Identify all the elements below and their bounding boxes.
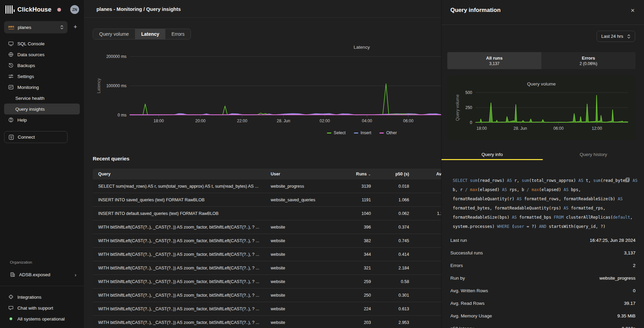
panel-tab-query-info[interactable]: Query info	[441, 150, 543, 159]
table-row[interactable]: SELECT sum(read_rows) AS r, sum(total_ro…	[93, 179, 447, 193]
monitoring-icon	[8, 84, 14, 90]
p50-cell: 0.374	[372, 225, 410, 230]
chevron-right-icon: ›	[75, 272, 76, 278]
query-cell: WITH bitShiftLeft(CAST(?..), _CAST(?..))…	[93, 293, 265, 298]
p50-cell: 2.953	[372, 320, 410, 325]
svg-text:12:00: 12:00	[592, 126, 602, 131]
service-selector[interactable]: aws planes	[4, 21, 68, 33]
stat-value: 39.17	[624, 301, 635, 306]
sidebar-item-monitoring[interactable]: Monitoring	[4, 82, 80, 93]
column-header-query[interactable]: Query	[93, 172, 265, 176]
legend-item-insert[interactable]: Insert	[354, 130, 371, 135]
svg-text:28. Jun: 28. Jun	[513, 126, 527, 131]
table-row[interactable]: INSERT INTO saved_queries (text) FORMAT …	[93, 193, 447, 207]
errors-value: 2 (0.06%)	[580, 61, 597, 66]
legend-item-select[interactable]: Select	[327, 130, 346, 135]
stat-value: 16:47:25, Jun 28 2024	[590, 238, 635, 243]
chevron-updown-icon	[60, 25, 63, 30]
sidebar-item-service-health[interactable]: Service health	[4, 93, 80, 104]
close-icon[interactable]: ✕	[630, 7, 635, 14]
table-row[interactable]: WITH bitShiftLeft(CAST(?..), _CAST(?..))…	[93, 234, 447, 248]
avg-cell: 0	[410, 225, 446, 230]
copy-icon[interactable]	[625, 177, 630, 182]
time-range-value: Last 24 hrs	[601, 34, 623, 39]
segment-all-runs[interactable]: All runs 3,137	[447, 52, 541, 69]
user-cell: website	[265, 320, 347, 325]
sidebar-item-data-sources[interactable]: Data sources	[4, 49, 80, 60]
sidebar-item-settings[interactable]: Settings	[4, 71, 80, 82]
help-icon	[8, 117, 14, 123]
p50-cell: 0.301	[372, 293, 410, 298]
organization-switcher[interactable]: ADSB.exposed ›	[4, 269, 80, 280]
clickhouse-logo-icon	[5, 5, 15, 14]
aws-icon: aws	[8, 25, 14, 29]
table-row[interactable]: WITH bitShiftLeft(CAST(?..), _CAST(?..))…	[93, 288, 447, 302]
segment-errors[interactable]: Errors 2 (0.06%)	[541, 52, 635, 69]
panel-tab-query-history[interactable]: Query history	[543, 150, 644, 159]
sidebar-item-label: Help	[17, 118, 27, 123]
runs-cell: 382	[347, 238, 372, 243]
avatar[interactable]: ZN	[70, 5, 79, 14]
sidebar-item-sql-console[interactable]: SQL Console	[4, 38, 80, 49]
avg-cell: 0	[410, 266, 446, 270]
sidebar-item-chat-with-support[interactable]: Chat with support	[4, 302, 80, 313]
sidebar-item-all-systems-operational[interactable]: All systems operational	[4, 313, 80, 324]
query-volume-card: 025050018:0028. Jun06:0012:00Query volum…	[447, 75, 635, 140]
stat-value: website_progress	[599, 276, 635, 281]
svg-text:Query volume: Query volume	[455, 94, 460, 121]
svg-text:04:00: 04:00	[362, 119, 372, 123]
table-row[interactable]: WITH bitShiftLeft(CAST(?..), _CAST(?..))…	[93, 302, 447, 316]
query-cell: WITH bitShiftLeft(CAST(?..), _CAST(?..))…	[93, 225, 265, 230]
table-row[interactable]: WITH bitShiftLeft(CAST(?..), _CAST(?..))…	[93, 316, 447, 328]
legend-item-other[interactable]: Other	[379, 130, 397, 135]
tab-query-volume[interactable]: Query volume	[93, 29, 135, 39]
sidebar-item-backups[interactable]: Backups	[4, 60, 80, 71]
sidebar-item-integrations[interactable]: Integrations	[4, 292, 80, 302]
user-cell: website	[265, 266, 347, 270]
avg-cell: 0	[410, 307, 446, 311]
query-volume-chart-svg: 025050018:0028. Jun06:0012:00Query volum…	[447, 75, 635, 140]
add-service-button[interactable]: +	[72, 23, 79, 31]
backups-icon	[8, 63, 14, 68]
column-header-runs[interactable]: Runs⌄	[347, 172, 372, 176]
table-row[interactable]: WITH bitShiftLeft(CAST(?..), _CAST(?..))…	[93, 220, 447, 234]
avg-cell: 0	[410, 293, 446, 298]
recent-queries-title: Recent queries	[93, 156, 130, 161]
table-row[interactable]: INSERT INTO default.saved_queries (text)…	[93, 207, 447, 220]
sql-console-icon	[8, 41, 14, 46]
svg-text:200000 ms: 200000 ms	[106, 54, 126, 59]
query-cell: WITH bitShiftLeft(CAST(?..), _CAST(?..))…	[93, 320, 265, 325]
table-row[interactable]: WITH bitShiftLeft(CAST(?..), _CAST(?..))…	[93, 275, 447, 288]
connect-button[interactable]: Connect	[4, 131, 68, 143]
table-row[interactable]: WITH bitShiftLeft(CAST(?..), _CAST(?..))…	[93, 248, 447, 261]
sidebar-item-help[interactable]: Help	[4, 114, 80, 125]
svg-text:Latency: Latency	[96, 78, 101, 93]
settings-icon	[8, 74, 14, 79]
stat-value: 2	[633, 263, 635, 268]
user-cell: website	[265, 238, 347, 243]
tab-errors[interactable]: Errors	[165, 29, 191, 39]
organization-name: ADSB.exposed	[19, 272, 50, 277]
sidebar-item-label: Data sources	[17, 52, 45, 57]
stat-value: 0.018s	[621, 326, 635, 328]
column-header-avg[interactable]: Avg.	[410, 172, 446, 176]
user-cell: website	[265, 252, 347, 257]
user-cell: website	[265, 225, 347, 230]
avg-cell: 0	[410, 238, 446, 243]
runs-cell: 1191	[347, 198, 372, 202]
clickhouse-logo[interactable]: ClickHouse	[5, 5, 51, 14]
stat-row: p50 latency0.018s	[450, 322, 635, 328]
avg-cell: 0	[410, 252, 446, 257]
svg-text:Query volume: Query volume	[527, 81, 556, 87]
sidebar-item-label: SQL Console	[17, 41, 45, 46]
sidebar-item-query-insights[interactable]: Query insights	[4, 104, 80, 114]
time-range-select[interactable]: Last 24 hrs	[597, 31, 635, 42]
runs-cell: 344	[347, 252, 372, 257]
tab-latency[interactable]: Latency	[135, 29, 165, 39]
stat-value: 0	[633, 288, 635, 293]
service-health-dot[interactable]	[57, 8, 61, 12]
column-header-p50-s[interactable]: p50 (s)	[372, 172, 410, 176]
column-header-user[interactable]: User	[265, 172, 347, 176]
table-row[interactable]: WITH bitShiftLeft(CAST(?..), _CAST(?..))…	[93, 261, 447, 275]
p50-cell: 0.58	[372, 279, 410, 284]
